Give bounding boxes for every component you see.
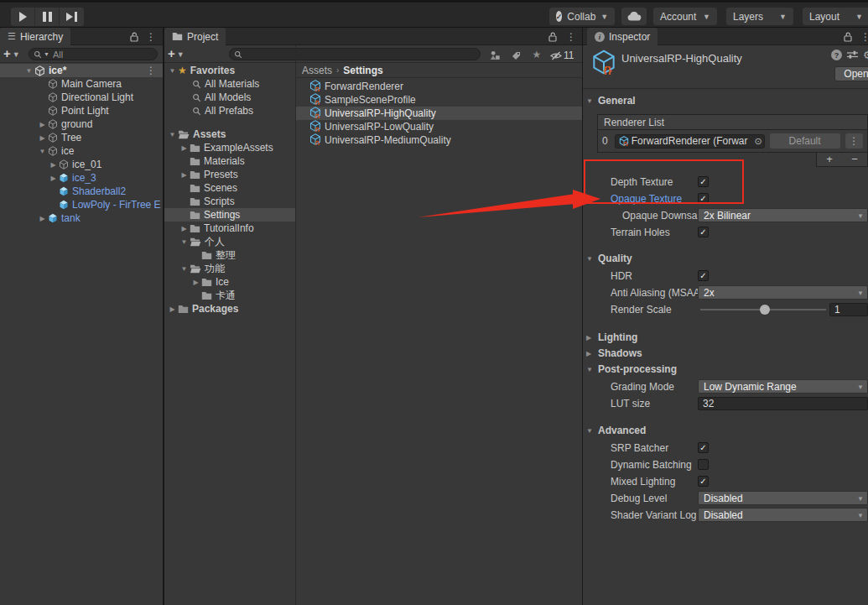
favorite-all-materials[interactable]: All Materials [164, 77, 295, 91]
favorite-all-prefabs[interactable]: All Prefabs [164, 104, 295, 117]
section-general[interactable]: ▼ General [586, 94, 868, 107]
asset-forwardrenderer[interactable]: {} ForwardRenderer [296, 80, 582, 93]
remove-renderer-button[interactable]: − [842, 153, 867, 166]
hdr-checkbox[interactable] [698, 270, 709, 281]
folder-exampleassets[interactable]: ▶ ExampleAssets [164, 141, 295, 154]
grading-mode-dropdown[interactable]: Low Dynamic Range [698, 379, 868, 394]
hierarchy-search-input[interactable] [51, 49, 153, 60]
create-button[interactable]: +▼ [3, 47, 20, 61]
add-renderer-button[interactable]: + [817, 153, 842, 166]
filter-by-label-icon[interactable] [509, 49, 522, 62]
foldout-collapsed-icon[interactable]: ▶ [179, 144, 190, 152]
hierarchy-item-ice[interactable]: ▼ ice [0, 144, 163, 158]
hierarchy-item-ice-3[interactable]: ▶ ice_3 [0, 171, 163, 185]
hierarchy-search[interactable]: ▼ [29, 48, 158, 60]
favorite-all-models[interactable]: All Models [164, 91, 295, 104]
favorites-root[interactable]: ▼ ★ Favorites [164, 64, 295, 77]
lut-size-field[interactable] [698, 397, 868, 410]
foldout-collapsed-icon[interactable]: ▶ [37, 134, 48, 142]
hierarchy-item-lowpoly-firtree[interactable]: LowPoly - FirTree E [0, 198, 163, 211]
assets-root[interactable]: ▼ Assets [164, 128, 295, 141]
folder-scripts[interactable]: Scripts [164, 195, 295, 208]
shader-variant-log-dropdown[interactable]: Disabled [698, 508, 868, 522]
foldout-expanded-icon[interactable]: ▼ [179, 265, 190, 273]
srp-batcher-checkbox[interactable] [698, 442, 709, 453]
hierarchy-item-ground[interactable]: ▶ ground [0, 117, 163, 131]
asset-universalrp-mediumquality[interactable]: {} UniversalRP-MediumQuality [296, 133, 582, 147]
lut-size-input[interactable] [703, 398, 863, 409]
slider-knob[interactable] [760, 305, 770, 315]
folder-tutorialinfo[interactable]: ▶ TutorialInfo [164, 222, 295, 235]
asset-universalrp-highquality-selected[interactable]: {} UniversalRP-HighQuality [296, 107, 582, 120]
object-picker-icon[interactable]: ⊙ [754, 136, 761, 147]
foldout-collapsed-icon[interactable]: ▶ [179, 171, 190, 179]
foldout-expanded-icon[interactable]: ▼ [23, 67, 34, 75]
section-shadows[interactable]: ▶ Shadows [586, 347, 868, 360]
anti-aliasing-dropdown[interactable]: 2x [698, 285, 868, 300]
hierarchy-item-tree[interactable]: ▶ Tree [0, 131, 163, 144]
section-advanced[interactable]: ▼ Advanced [586, 424, 868, 437]
play-button[interactable] [11, 8, 35, 26]
hidden-packages-toggle[interactable]: 11 [550, 49, 579, 62]
folder-katong[interactable]: 卡通 [164, 289, 295, 302]
section-post-processing[interactable]: ▼ Post-processing [586, 362, 868, 376]
hierarchy-item-main-camera[interactable]: Main Camera [0, 77, 163, 91]
menu-kebab-icon[interactable]: ⋮ [144, 30, 158, 44]
foldout-collapsed-icon[interactable]: ▶ [48, 175, 59, 182]
filter-by-type-icon[interactable] [488, 49, 502, 62]
project-inspector-divider[interactable] [582, 28, 583, 605]
account-dropdown[interactable]: Account ▼ [653, 8, 717, 25]
breadcrumb-root[interactable]: Assets [302, 65, 332, 76]
dynamic-batching-checkbox[interactable] [698, 459, 709, 470]
debug-level-dropdown[interactable]: Disabled [698, 491, 868, 505]
layers-dropdown[interactable]: Layers ▼ [726, 8, 793, 25]
lock-icon[interactable] [127, 30, 141, 44]
section-quality[interactable]: ▼ Quality [586, 252, 868, 265]
hierarchy-project-divider[interactable] [163, 28, 164, 605]
pause-button[interactable] [35, 8, 60, 26]
folder-geren[interactable]: ▼ 个人 [164, 235, 295, 248]
step-button[interactable] [60, 8, 84, 26]
lock-icon[interactable] [841, 30, 855, 44]
element-kebab-icon[interactable]: ⋮ [845, 133, 863, 149]
foldout-collapsed-icon[interactable]: ▶ [37, 121, 48, 128]
gear-icon[interactable]: ⚙ [863, 49, 868, 61]
render-scale-field[interactable] [829, 303, 868, 316]
cloud-button[interactable] [621, 8, 647, 25]
foldout-expanded-icon[interactable]: ▼ [167, 131, 178, 138]
folder-materials[interactable]: Materials [164, 154, 295, 168]
foldout-expanded-icon[interactable]: ▼ [179, 238, 190, 246]
breadcrumb-current[interactable]: Settings [343, 65, 382, 76]
section-lighting[interactable]: ▶ Lighting [586, 331, 868, 344]
tab-hierarchy[interactable]: ☰ Hierarchy [0, 28, 70, 45]
default-button[interactable]: Default [770, 133, 840, 149]
opaque-downsampling-dropdown[interactable]: 2x Bilinear [698, 208, 868, 222]
favorites-star-icon[interactable]: ★ [530, 48, 543, 61]
hierarchy-item-tank[interactable]: ▶ tank [0, 211, 163, 225]
tab-project[interactable]: Project [164, 28, 226, 45]
create-asset-button[interactable]: +▼ [168, 47, 185, 61]
scene-row[interactable]: ▼ ice* ⋮ [0, 64, 163, 77]
foldout-collapsed-icon[interactable]: ▶ [190, 279, 201, 286]
render-scale-slider[interactable] [700, 303, 826, 316]
packages-root[interactable]: ▶ Packages [164, 302, 295, 316]
project-search-input[interactable] [244, 49, 476, 60]
folder-scenes[interactable]: Scenes [164, 181, 295, 195]
presets-icon[interactable] [847, 50, 858, 62]
foldout-collapsed-icon[interactable]: ▶ [179, 225, 190, 232]
asset-universalrp-lowquality[interactable]: {} UniversalRP-LowQuality [296, 120, 582, 133]
mixed-lighting-checkbox[interactable] [698, 476, 709, 487]
folder-gongneng[interactable]: ▼ 功能 [164, 262, 295, 275]
hierarchy-item-directional-light[interactable]: Directional Light [0, 91, 163, 104]
hierarchy-item-shaderball2[interactable]: Shaderball2 [0, 185, 163, 198]
lock-icon[interactable] [546, 30, 559, 44]
foldout-collapsed-icon[interactable]: ▶ [48, 161, 59, 169]
folder-presets[interactable]: ▶ Presets [164, 168, 295, 181]
folder-settings-selected[interactable]: Settings [164, 208, 295, 222]
folder-ice[interactable]: ▶ Ice [164, 275, 295, 289]
asset-samplesceneprofile[interactable]: {} SampleSceneProfile [296, 93, 582, 107]
foldout-expanded-icon[interactable]: ▼ [37, 148, 48, 155]
open-button[interactable]: Open [834, 66, 868, 81]
renderer-list-element[interactable]: 0 {} ForwardRenderer (Forwar ⊙ Default ⋮ [598, 130, 867, 152]
project-search[interactable] [229, 48, 481, 60]
